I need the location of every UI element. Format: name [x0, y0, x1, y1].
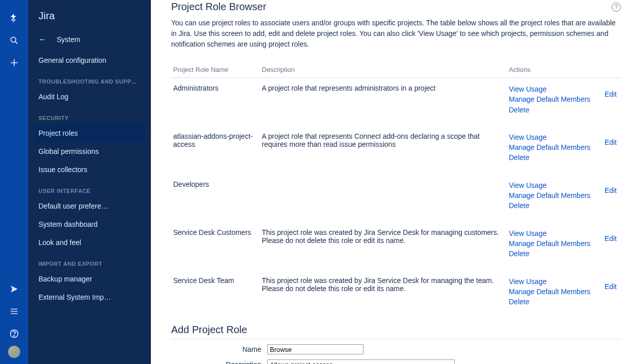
- sidebar: Jira ← System General configuration TROU…: [28, 0, 151, 364]
- sidebar-item[interactable]: Global permissions: [28, 142, 151, 160]
- add-role-title: Add Project Role: [171, 324, 621, 339]
- role-name-cell: Administrators: [171, 78, 260, 126]
- search-icon[interactable]: [4, 30, 24, 51]
- back-button[interactable]: ← System: [28, 31, 151, 51]
- page-title: Project Role Browser: [171, 1, 266, 13]
- page-description: You can use project roles to associate u…: [171, 18, 621, 50]
- manage-link[interactable]: Manage Default Members: [509, 238, 600, 249]
- menu-icon[interactable]: [4, 301, 24, 321]
- notification-icon[interactable]: [4, 279, 24, 299]
- sidebar-item[interactable]: System dashboard: [28, 215, 151, 233]
- name-input[interactable]: [267, 344, 364, 354]
- table-row: DevelopersView UsageManage Default Membe…: [171, 174, 621, 222]
- delete-link[interactable]: Delete: [509, 297, 600, 307]
- role-actions-cell: View UsageManage Default MembersDeleteEd…: [507, 222, 621, 270]
- role-name-cell: Service Desk Customers: [171, 222, 260, 270]
- svg-point-0: [11, 37, 16, 42]
- delete-link[interactable]: Delete: [509, 249, 600, 259]
- back-label: System: [57, 35, 81, 44]
- help-icon[interactable]: [4, 323, 24, 344]
- manage-link[interactable]: Manage Default Members: [509, 190, 600, 200]
- sidebar-item[interactable]: Project roles: [34, 124, 145, 142]
- manage-link[interactable]: Manage Default Members: [509, 287, 600, 297]
- role-desc-cell: This project role was created by Jira Se…: [260, 270, 507, 318]
- table-row: Service Desk CustomersThis project role …: [171, 222, 621, 270]
- sidebar-item[interactable]: Issue collectors: [28, 160, 151, 179]
- edit-link[interactable]: Edit: [600, 180, 617, 211]
- manage-link[interactable]: Manage Default Members: [509, 94, 600, 104]
- role-desc-cell: A project role that represents Connect a…: [260, 126, 507, 174]
- role-actions-cell: View UsageManage Default MembersDeleteEd…: [507, 126, 621, 174]
- delete-link[interactable]: Delete: [509, 200, 600, 211]
- role-name-cell: Service Desk Team: [171, 270, 260, 318]
- svg-line-1: [15, 42, 18, 44]
- table-row: AdministratorsA project role that repres…: [171, 78, 621, 126]
- description-input[interactable]: [267, 359, 455, 364]
- page-help-icon[interactable]: ?: [612, 3, 621, 12]
- role-desc-cell: A project role that represents administr…: [260, 78, 507, 126]
- view-link[interactable]: View Usage: [509, 84, 600, 94]
- jira-logo-icon[interactable]: [4, 8, 24, 28]
- sidebar-heading: IMPORT AND EXPORT: [28, 252, 151, 270]
- role-actions-cell: View UsageManage Default MembersDeleteEd…: [507, 78, 621, 126]
- col-header-actions: Actions: [507, 62, 621, 78]
- edit-link[interactable]: Edit: [600, 276, 617, 307]
- jira-icon: [9, 13, 20, 24]
- sidebar-heading: TROUBLESHOOTING AND SUPP…: [28, 69, 151, 88]
- global-nav-rail: [0, 0, 28, 364]
- edit-link[interactable]: Edit: [600, 132, 617, 163]
- create-icon[interactable]: [4, 53, 24, 73]
- edit-link[interactable]: Edit: [600, 84, 617, 115]
- col-header-desc: Description: [260, 62, 507, 78]
- delete-link[interactable]: Delete: [509, 105, 600, 115]
- view-link[interactable]: View Usage: [509, 180, 600, 190]
- table-row: Service Desk TeamThis project role was c…: [171, 270, 621, 318]
- view-link[interactable]: View Usage: [509, 228, 600, 238]
- role-name-cell: atlassian-addons-project-access: [171, 126, 260, 174]
- role-desc-cell: This project role was created by Jira Se…: [260, 222, 507, 270]
- role-desc-cell: [260, 174, 507, 222]
- manage-link[interactable]: Manage Default Members: [509, 142, 600, 152]
- role-name-cell: Developers: [171, 174, 260, 222]
- sidebar-heading: USER INTERFACE: [28, 179, 151, 197]
- role-actions-cell: View UsageManage Default MembersDeleteEd…: [507, 174, 621, 222]
- app-title: Jira: [28, 6, 151, 31]
- sidebar-item[interactable]: Look and feel: [28, 233, 151, 252]
- view-link[interactable]: View Usage: [509, 132, 600, 142]
- sidebar-item-general-configuration[interactable]: General configuration: [28, 51, 151, 69]
- name-label: Name: [171, 345, 267, 353]
- svg-point-8: [14, 336, 14, 336]
- roles-table: Project Role Name Description Actions Ad…: [171, 62, 621, 318]
- role-actions-cell: View UsageManage Default MembersDeleteEd…: [507, 270, 621, 318]
- col-header-name: Project Role Name: [171, 62, 260, 78]
- sidebar-item[interactable]: Backup manager: [28, 270, 151, 288]
- sidebar-item[interactable]: External System Imp…: [28, 288, 151, 306]
- table-row: atlassian-addons-project-accessA project…: [171, 126, 621, 174]
- sidebar-item[interactable]: Audit Log: [28, 88, 151, 106]
- main-content: Project Role Browser ? You can use proje…: [151, 0, 641, 364]
- view-link[interactable]: View Usage: [509, 276, 600, 287]
- edit-link[interactable]: Edit: [600, 228, 617, 259]
- description-label: Description: [171, 360, 267, 364]
- delete-link[interactable]: Delete: [509, 152, 600, 163]
- arrow-left-icon: ←: [38, 35, 47, 44]
- sidebar-item[interactable]: Default user prefere…: [28, 197, 151, 215]
- sidebar-heading: SECURITY: [28, 106, 151, 124]
- avatar[interactable]: [8, 346, 20, 358]
